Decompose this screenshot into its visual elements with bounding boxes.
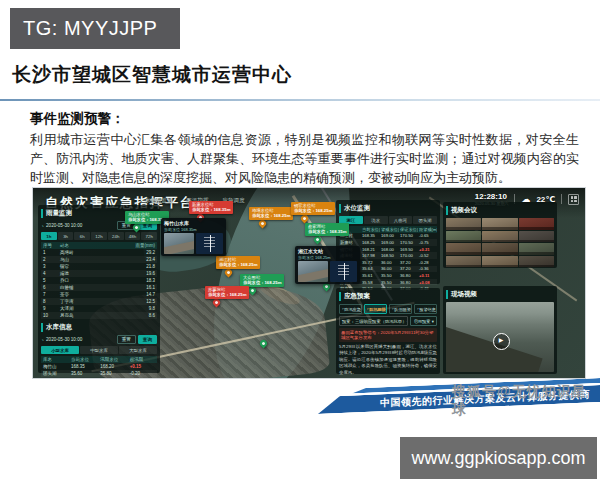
rain-period-tab[interactable]: 6h bbox=[74, 232, 90, 240]
plan-tab-button[interactable]: 「预警信息发布」 bbox=[414, 304, 437, 314]
conference-video-thumb[interactable] bbox=[446, 243, 481, 255]
table-row: 格塘48.2048.50-0.30 bbox=[41, 377, 157, 378]
cell: 月亮岛 bbox=[58, 312, 127, 319]
plan-tab-button[interactable]: 「防汛Ⅲ级响应」 bbox=[364, 304, 387, 314]
query-button[interactable]: 查询 bbox=[138, 335, 157, 344]
table-row: 2乌山23.4 bbox=[41, 256, 157, 263]
column-header: 超汛限 bbox=[128, 356, 157, 363]
conference-video-thumb[interactable] bbox=[519, 231, 554, 243]
cell: 白箬铺 bbox=[58, 284, 127, 291]
conference-video-thumb[interactable] bbox=[482, 218, 517, 230]
table-row: 4靖港19.6 bbox=[41, 270, 157, 277]
water-panel-header: 水位监测 bbox=[339, 204, 437, 213]
column-header: 当前水位(m) bbox=[361, 226, 380, 233]
cell: 23.4 bbox=[127, 256, 157, 263]
column-header: 距警戒(m) bbox=[418, 226, 437, 233]
play-icon[interactable]: ▶ bbox=[493, 333, 510, 350]
rain-period-tab[interactable]: 72h bbox=[141, 232, 157, 240]
rain-period-tab[interactable]: 12h bbox=[91, 232, 107, 240]
map-marker-label[interactable]: 蔡家洲站当前水位：168.35m bbox=[305, 223, 349, 236]
plan-tab-button[interactable]: 「队伍物资调度」 bbox=[389, 304, 412, 314]
slide-page: TG: MYYJJPP 长沙市望城区智慧城市运营中心 事件监测预警： 利用城市运… bbox=[0, 0, 600, 480]
section-paragraph: 利用城市运营中心汇集各领域的信息资源，特别是视频监控和物联网等实时性数据，对安全… bbox=[30, 130, 579, 187]
popup-title: 梅竹山水库 bbox=[164, 220, 223, 226]
cell: 170.00 bbox=[399, 252, 418, 259]
live-video-thumbnail[interactable]: ▶ bbox=[446, 302, 554, 372]
table-row: 6白箬铺16.1 bbox=[41, 284, 157, 291]
cell: +0.15 bbox=[128, 363, 157, 370]
map-marker-label[interactable]: 大众围站当前水位：168.25m bbox=[240, 274, 284, 287]
cell: -0.75 bbox=[418, 239, 437, 246]
cell: 茶亭 bbox=[58, 291, 127, 298]
map-marker-label[interactable]: 湘江村站当前水位：168.25m bbox=[216, 256, 260, 269]
weather-alert-text: 暴雨蓝色预警信号：2020年5月29日11时30分望城区气象台发布 bbox=[339, 328, 437, 342]
platform-menu-item[interactable]: 水雨情监测 bbox=[145, 197, 173, 204]
water-river-tabs: 湘江沩水八曲河团头湖 bbox=[339, 216, 437, 224]
popup-thumbnails bbox=[164, 233, 223, 254]
table-row: 8丁字湾12.5 bbox=[41, 298, 157, 305]
water-river-tab[interactable]: 八曲河 bbox=[389, 216, 413, 224]
marker-water-level: 当前水位：168.25m bbox=[208, 292, 246, 297]
rain-period-tab[interactable]: 3h bbox=[58, 232, 74, 240]
cell: 35.50 bbox=[380, 272, 399, 279]
table-header-row: 站名当前水位(m)警戒水位(m)保证水位(m)距警戒(m) bbox=[339, 226, 437, 233]
conference-video-thumb[interactable] bbox=[482, 243, 517, 255]
cell: 48.20 bbox=[69, 377, 98, 378]
table-row: 湘江村168.35169.00170.50-0.65 bbox=[339, 233, 437, 240]
conference-video-thumb[interactable] bbox=[482, 231, 517, 243]
conference-video-thumb[interactable] bbox=[446, 256, 481, 268]
column-header: 保证水位(m) bbox=[399, 226, 418, 233]
cell: 169.00 bbox=[380, 233, 399, 240]
enable-plan-dropdown[interactable]: 启用预案 ▾ bbox=[410, 316, 437, 326]
reset-button[interactable]: 重置 bbox=[117, 335, 136, 344]
cell: -0.28 bbox=[418, 259, 437, 266]
map-marker-label[interactable]: 苏蓼垸站当前水位：168.25m bbox=[205, 286, 249, 299]
station-photo-thumb[interactable] bbox=[298, 261, 328, 282]
conference-video-thumb[interactable] bbox=[446, 231, 481, 243]
water-gauge-chart[interactable] bbox=[196, 233, 223, 254]
cell: -0.52 bbox=[418, 252, 437, 259]
cell: 6 bbox=[41, 284, 58, 291]
conference-video-thumb[interactable] bbox=[519, 243, 554, 255]
table-header-row: 序号站名雨量(mm) bbox=[41, 242, 157, 249]
table-row: 7茶亭14.7 bbox=[41, 291, 157, 298]
map-marker-label[interactable]: 新康水位站当前水位：168.35m bbox=[189, 201, 233, 214]
water-river-tab[interactable]: 沩水 bbox=[364, 216, 388, 224]
cell: 丁字湾 bbox=[58, 298, 127, 305]
cell: 35.60 bbox=[69, 370, 98, 377]
cell: 8.6 bbox=[127, 312, 157, 319]
station-popup[interactable]: 梅竹山水库当前水位 168.35m bbox=[161, 218, 226, 256]
conference-video-thumb[interactable] bbox=[482, 256, 517, 268]
plan-tab-button[interactable]: 「防汛应急预案」 bbox=[339, 304, 362, 314]
conference-video-thumb[interactable] bbox=[519, 256, 554, 268]
cell: 35.72 bbox=[361, 259, 380, 266]
reservoir-type-tab[interactable]: 中型水库 bbox=[80, 346, 118, 354]
conference-video-thumb[interactable] bbox=[519, 218, 554, 230]
rain-period-tab[interactable]: 24h bbox=[108, 232, 124, 240]
table-row: 9大泽湖9.8 bbox=[41, 305, 157, 312]
cell: 4 bbox=[41, 270, 58, 277]
rain-period-tab[interactable]: 1h bbox=[41, 232, 57, 240]
station-popup[interactable]: 湘江水文站当前水位 168.25m bbox=[295, 246, 360, 284]
rain-period-tab[interactable]: 48h bbox=[125, 232, 141, 240]
popup-water-level: 当前水位 168.35m bbox=[164, 227, 223, 232]
water-gauge-chart[interactable] bbox=[330, 261, 357, 282]
clock-time: 12:28:10 bbox=[475, 192, 509, 201]
cell: 10 bbox=[41, 312, 58, 319]
video-conference-panel: 视频会议 bbox=[443, 202, 557, 268]
water-river-tab[interactable]: 团头湖 bbox=[413, 216, 437, 224]
cell: 9.8 bbox=[127, 305, 157, 312]
cell: 169.00 bbox=[380, 239, 399, 246]
marker-water-level: 当前水位：168.35m bbox=[308, 229, 346, 234]
cell: 167.98 bbox=[361, 252, 380, 259]
cell: 168.21 bbox=[361, 246, 380, 253]
station-photo-thumb[interactable] bbox=[164, 233, 194, 254]
conference-video-thumb[interactable] bbox=[446, 218, 481, 230]
cell: 36.00 bbox=[380, 259, 399, 266]
live-video-panel: 现场视频 ▶ bbox=[443, 286, 557, 374]
apps-grid-icon[interactable] bbox=[568, 194, 579, 205]
map-marker-label[interactable]: 格塘水位站当前水位：168.25m bbox=[249, 207, 293, 220]
reservoir-type-tab[interactable]: 小型水库 bbox=[41, 346, 79, 354]
map-marker-label[interactable]: 铜官水位站当前水位：168.25m bbox=[291, 202, 335, 215]
reservoir-type-tab[interactable]: 大型水库 bbox=[119, 346, 157, 354]
